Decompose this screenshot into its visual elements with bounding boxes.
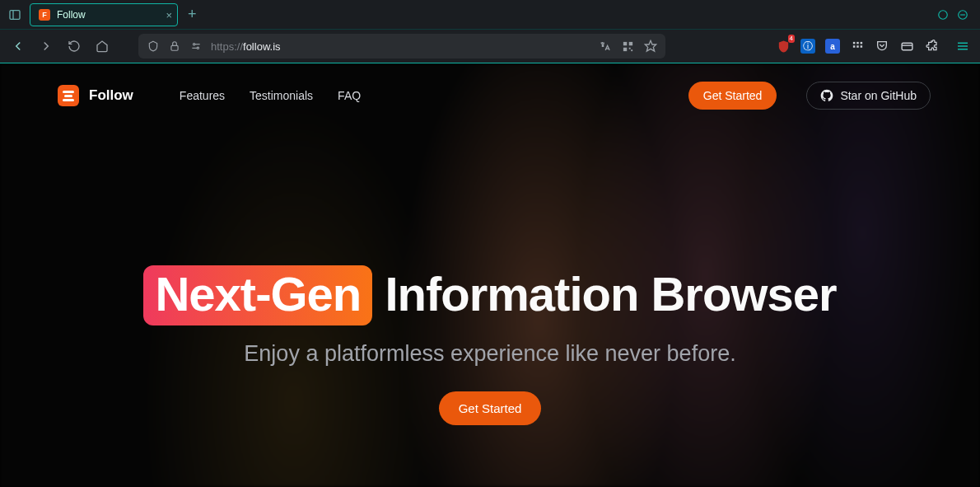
hero-get-started-button[interactable]: Get Started (439, 391, 542, 425)
brand-logo-link[interactable]: Follow (58, 85, 133, 106)
browser-chrome: F Follow × + (0, 0, 980, 63)
svg-rect-16 (852, 41, 855, 44)
github-button-label: Star on GitHub (840, 89, 917, 102)
home-button[interactable] (94, 38, 110, 54)
svg-rect-21 (860, 45, 862, 48)
hero-subtitle: Enjoy a platformless experience like nev… (0, 341, 980, 367)
extension-icon[interactable]: ⓘ (800, 39, 815, 54)
github-icon (820, 89, 833, 102)
svg-rect-5 (171, 45, 178, 50)
shield-icon[interactable] (147, 40, 160, 53)
reload-button[interactable] (66, 38, 82, 54)
qr-icon[interactable] (621, 40, 634, 53)
get-started-button[interactable]: Get Started (688, 82, 777, 110)
window-control-icon[interactable] (937, 9, 949, 21)
bookmark-star-icon[interactable] (644, 40, 657, 53)
tab-title: Follow (57, 9, 86, 21)
close-icon[interactable]: × (166, 8, 172, 21)
tab-strip: F Follow × + (0, 0, 980, 30)
page-content: Follow Features Testimonials FAQ Get Sta… (0, 63, 980, 487)
extension-grid-icon[interactable] (850, 39, 865, 54)
svg-rect-17 (856, 41, 859, 44)
url-text: https://follow.is (211, 40, 590, 53)
hero-cta-wrap: Get Started (0, 391, 980, 425)
extensions-bar: 4 ⓘ a (776, 39, 970, 54)
menu-icon[interactable] (955, 39, 970, 54)
svg-rect-22 (902, 43, 912, 50)
svg-rect-18 (860, 41, 862, 44)
svg-marker-15 (645, 40, 656, 51)
extension-pocket-icon[interactable] (875, 39, 889, 54)
browser-tab[interactable]: F Follow × (30, 3, 178, 26)
svg-rect-13 (628, 47, 630, 49)
sidebar-toggle-icon[interactable] (7, 7, 23, 23)
svg-rect-10 (623, 41, 626, 44)
nav-features[interactable]: Features (180, 89, 225, 102)
svg-rect-0 (10, 10, 20, 19)
translate-icon[interactable] (598, 40, 611, 53)
svg-point-2 (939, 10, 948, 19)
window-controls (937, 9, 968, 21)
star-github-button[interactable]: Star on GitHub (806, 82, 931, 110)
extension-puzzle-icon[interactable] (924, 39, 939, 54)
nav-links: Features Testimonials FAQ (180, 89, 361, 102)
nav-faq[interactable]: FAQ (338, 89, 361, 102)
extension-badge: 4 (788, 35, 795, 43)
svg-rect-12 (623, 47, 626, 50)
brand-name: Follow (89, 87, 133, 104)
hero-title: Next-Gen Information Browser (143, 266, 836, 321)
nav-testimonials[interactable]: Testimonials (250, 89, 313, 102)
back-button[interactable] (10, 38, 26, 54)
hero-highlight: Next-Gen (143, 265, 372, 325)
extension-card-icon[interactable] (899, 39, 914, 54)
brand-logo-icon (58, 85, 79, 106)
extension-ublock-icon[interactable]: 4 (776, 39, 791, 54)
permissions-icon[interactable] (189, 40, 203, 53)
forward-button[interactable] (38, 38, 54, 54)
browser-toolbar: https://follow.is 4 ⓘ a (0, 30, 980, 63)
svg-rect-20 (856, 45, 859, 48)
hero-section: Next-Gen Information Browser Enjoy a pla… (0, 266, 980, 425)
url-bar[interactable]: https://follow.is (138, 34, 665, 59)
new-tab-button[interactable]: + (184, 6, 200, 23)
window-control-icon[interactable] (957, 9, 968, 21)
tab-favicon: F (39, 9, 50, 21)
svg-rect-19 (852, 45, 855, 48)
site-header: Follow Features Testimonials FAQ Get Sta… (0, 63, 980, 110)
svg-point-6 (194, 44, 195, 45)
svg-rect-11 (628, 41, 632, 44)
hero-title-rest: Information Browser (385, 267, 836, 321)
svg-rect-14 (631, 49, 632, 51)
svg-point-7 (197, 47, 198, 49)
extension-icon[interactable]: a (825, 39, 840, 54)
lock-icon[interactable] (168, 40, 181, 53)
